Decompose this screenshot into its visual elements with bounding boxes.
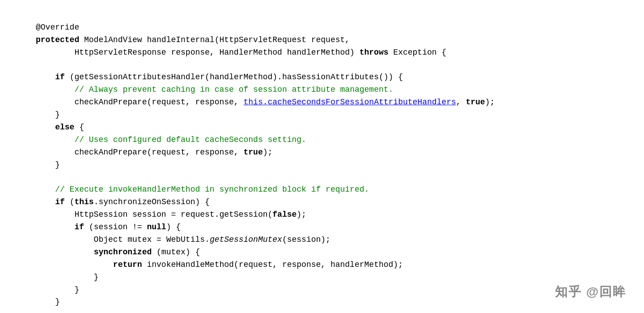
line-16: HttpSession session = request.getSession… [36,210,306,219]
line-17: if (session != null) { [36,223,181,232]
line-5: if (getSessionAttributesHandler(handlerM… [36,73,403,81]
line-1: @Override [36,23,79,32]
line-4 [36,60,41,69]
line-15: if (this.synchronizeOnSession) { [36,197,210,206]
line-6: // Always prevent caching in case of ses… [36,85,393,94]
code-block: @Override protected ModelAndView handleI… [36,9,626,313]
line-20: return invokeHandleMethod(request, respo… [36,260,403,269]
code-container: @Override protected ModelAndView handleI… [0,0,644,313]
line-18: Object mutex = WebUtils.getSessionMutex(… [36,235,330,244]
line-22: } [36,285,79,294]
watermark: 知乎 @回眸 [555,283,626,300]
line-13 [36,173,41,182]
line-12: } [36,160,60,169]
line-14: // Execute invokeHandlerMethod in synchr… [36,185,369,194]
line-3: HttpServletResponse response, HandlerMet… [36,48,446,57]
line-21: } [36,273,98,282]
line-2: protected ModelAndView handleInternal(Ht… [36,35,350,44]
line-10: // Uses configured default cacheSeconds … [36,135,306,144]
line-7: checkAndPrepare(request, response, this.… [36,98,495,107]
line-9: else { [36,123,84,132]
line-19: synchronized (mutex) { [36,248,200,257]
line-8: } [36,110,60,119]
line-11: checkAndPrepare(request, response, true)… [36,148,272,157]
line-24 [36,310,41,313]
line-23: } [36,297,60,306]
